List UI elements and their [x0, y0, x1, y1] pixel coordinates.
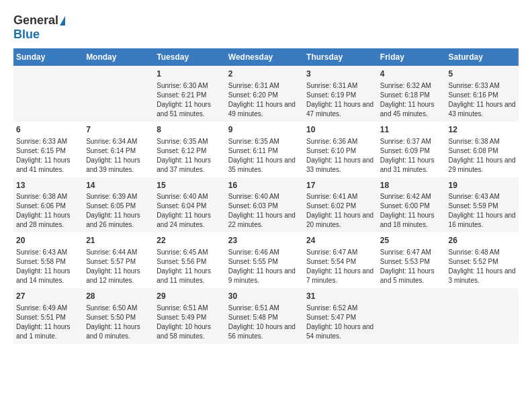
day-number: 14 — [86, 180, 151, 191]
day-number: 4 — [380, 68, 443, 80]
day-number: 28 — [86, 291, 151, 302]
weekday-header-wednesday: Wednesday — [226, 48, 304, 66]
day-number: 5 — [449, 68, 516, 80]
calendar-day-cell: 28Sunrise: 6:50 AMSunset: 5:50 PMDayligh… — [83, 288, 154, 344]
logo: General Blue — [13, 13, 65, 42]
day-sun-info: Sunrise: 6:40 AMSunset: 6:04 PMDaylight:… — [157, 192, 222, 230]
calendar-day-cell: 2Sunrise: 6:31 AMSunset: 6:20 PMDaylight… — [226, 66, 304, 122]
calendar-day-cell: 22Sunrise: 6:45 AMSunset: 5:56 PMDayligh… — [154, 232, 225, 288]
day-sun-info: Sunrise: 6:33 AMSunset: 6:15 PMDaylight:… — [16, 137, 81, 175]
calendar-day-cell: 4Sunrise: 6:32 AMSunset: 6:18 PMDaylight… — [378, 66, 446, 122]
calendar-day-cell: 15Sunrise: 6:40 AMSunset: 6:04 PMDayligh… — [154, 177, 225, 233]
day-number: 15 — [157, 180, 222, 191]
calendar-week-row: 13Sunrise: 6:38 AMSunset: 6:06 PMDayligh… — [13, 177, 519, 233]
day-sun-info: Sunrise: 6:35 AMSunset: 6:11 PMDaylight:… — [228, 137, 301, 175]
calendar-day-cell: 29Sunrise: 6:51 AMSunset: 5:49 PMDayligh… — [154, 288, 225, 344]
day-number: 11 — [380, 124, 443, 136]
day-number: 22 — [157, 235, 222, 246]
day-number: 30 — [228, 291, 301, 302]
weekday-header-tuesday: Tuesday — [154, 48, 225, 66]
weekday-header-monday: Monday — [83, 48, 154, 66]
day-number: 13 — [16, 180, 81, 191]
day-number: 21 — [86, 235, 151, 246]
day-sun-info: Sunrise: 6:44 AMSunset: 5:57 PMDaylight:… — [86, 248, 151, 285]
logo-blue-text: Blue — [13, 28, 40, 42]
day-sun-info: Sunrise: 6:35 AMSunset: 6:12 PMDaylight:… — [157, 137, 222, 175]
calendar-day-cell: 10Sunrise: 6:36 AMSunset: 6:10 PMDayligh… — [304, 122, 378, 177]
day-number: 20 — [16, 235, 81, 246]
calendar-table: SundayMondayTuesdayWednesdayThursdayFrid… — [13, 48, 519, 344]
calendar-day-cell: 25Sunrise: 6:47 AMSunset: 5:53 PMDayligh… — [378, 232, 446, 288]
day-number: 8 — [157, 124, 222, 136]
day-sun-info: Sunrise: 6:46 AMSunset: 5:55 PMDaylight:… — [228, 248, 301, 285]
day-sun-info: Sunrise: 6:40 AMSunset: 6:03 PMDaylight:… — [228, 192, 301, 230]
day-sun-info: Sunrise: 6:48 AMSunset: 5:52 PMDaylight:… — [449, 248, 516, 285]
day-number: 31 — [306, 291, 375, 302]
day-number: 7 — [86, 124, 151, 136]
day-sun-info: Sunrise: 6:45 AMSunset: 5:56 PMDaylight:… — [157, 248, 222, 285]
calendar-day-cell: 11Sunrise: 6:37 AMSunset: 6:09 PMDayligh… — [378, 122, 446, 177]
calendar-day-cell: 26Sunrise: 6:48 AMSunset: 5:52 PMDayligh… — [446, 232, 519, 288]
day-sun-info: Sunrise: 6:37 AMSunset: 6:09 PMDaylight:… — [380, 137, 443, 175]
calendar-day-cell: 21Sunrise: 6:44 AMSunset: 5:57 PMDayligh… — [83, 232, 154, 288]
day-sun-info: Sunrise: 6:49 AMSunset: 5:51 PMDaylight:… — [16, 304, 81, 341]
calendar-day-cell — [83, 66, 154, 122]
day-number: 25 — [380, 235, 443, 246]
day-number: 10 — [306, 124, 375, 136]
day-number: 2 — [228, 68, 301, 80]
calendar-day-cell: 30Sunrise: 6:51 AMSunset: 5:48 PMDayligh… — [226, 288, 304, 344]
calendar-day-cell: 9Sunrise: 6:35 AMSunset: 6:11 PMDaylight… — [226, 122, 304, 177]
calendar-week-row: 20Sunrise: 6:43 AMSunset: 5:58 PMDayligh… — [13, 232, 519, 288]
weekday-header-thursday: Thursday — [304, 48, 378, 66]
calendar-day-cell — [378, 288, 446, 344]
weekday-header-saturday: Saturday — [446, 48, 519, 66]
calendar-day-cell: 6Sunrise: 6:33 AMSunset: 6:15 PMDaylight… — [13, 122, 83, 177]
day-number: 19 — [449, 180, 516, 191]
page-header: General Blue — [13, 13, 519, 42]
calendar-day-cell — [13, 66, 83, 122]
day-number: 1 — [157, 68, 222, 80]
day-number: 18 — [380, 180, 443, 191]
day-sun-info: Sunrise: 6:43 AMSunset: 5:58 PMDaylight:… — [16, 248, 81, 285]
calendar-day-cell: 27Sunrise: 6:49 AMSunset: 5:51 PMDayligh… — [13, 288, 83, 344]
day-sun-info: Sunrise: 6:42 AMSunset: 6:00 PMDaylight:… — [380, 192, 443, 230]
calendar-week-row: 6Sunrise: 6:33 AMSunset: 6:15 PMDaylight… — [13, 122, 519, 177]
day-number: 9 — [228, 124, 301, 136]
day-number: 6 — [16, 124, 81, 136]
calendar-day-cell: 23Sunrise: 6:46 AMSunset: 5:55 PMDayligh… — [226, 232, 304, 288]
calendar-day-cell: 7Sunrise: 6:34 AMSunset: 6:14 PMDaylight… — [83, 122, 154, 177]
day-number: 29 — [157, 291, 222, 302]
calendar-day-cell: 8Sunrise: 6:35 AMSunset: 6:12 PMDaylight… — [154, 122, 225, 177]
day-number: 23 — [228, 235, 301, 246]
day-number: 3 — [306, 68, 375, 80]
day-sun-info: Sunrise: 6:30 AMSunset: 6:21 PMDaylight:… — [157, 81, 222, 119]
calendar-day-cell: 24Sunrise: 6:47 AMSunset: 5:54 PMDayligh… — [304, 232, 378, 288]
day-sun-info: Sunrise: 6:31 AMSunset: 6:20 PMDaylight:… — [228, 81, 301, 119]
calendar-day-cell — [446, 288, 519, 344]
day-sun-info: Sunrise: 6:36 AMSunset: 6:10 PMDaylight:… — [306, 137, 375, 175]
day-sun-info: Sunrise: 6:33 AMSunset: 6:16 PMDaylight:… — [449, 81, 516, 119]
calendar-day-cell: 17Sunrise: 6:41 AMSunset: 6:02 PMDayligh… — [304, 177, 378, 233]
day-number: 12 — [449, 124, 516, 136]
calendar-day-cell: 1Sunrise: 6:30 AMSunset: 6:21 PMDaylight… — [154, 66, 225, 122]
calendar-day-cell: 19Sunrise: 6:43 AMSunset: 5:59 PMDayligh… — [446, 177, 519, 233]
calendar-day-cell: 14Sunrise: 6:39 AMSunset: 6:05 PMDayligh… — [83, 177, 154, 233]
day-sun-info: Sunrise: 6:43 AMSunset: 5:59 PMDaylight:… — [449, 192, 516, 230]
day-number: 27 — [16, 291, 81, 302]
calendar-week-row: 27Sunrise: 6:49 AMSunset: 5:51 PMDayligh… — [13, 288, 519, 344]
weekday-header-sunday: Sunday — [13, 48, 83, 66]
day-sun-info: Sunrise: 6:51 AMSunset: 5:48 PMDaylight:… — [228, 304, 301, 341]
day-sun-info: Sunrise: 6:31 AMSunset: 6:19 PMDaylight:… — [306, 81, 375, 119]
day-sun-info: Sunrise: 6:34 AMSunset: 6:14 PMDaylight:… — [86, 137, 151, 175]
day-sun-info: Sunrise: 6:38 AMSunset: 6:08 PMDaylight:… — [449, 137, 516, 175]
day-number: 16 — [228, 180, 301, 191]
calendar-day-cell: 3Sunrise: 6:31 AMSunset: 6:19 PMDaylight… — [304, 66, 378, 122]
day-sun-info: Sunrise: 6:51 AMSunset: 5:49 PMDaylight:… — [157, 304, 222, 341]
logo-general-text: General — [13, 13, 58, 28]
day-number: 24 — [306, 235, 375, 246]
day-sun-info: Sunrise: 6:47 AMSunset: 5:54 PMDaylight:… — [306, 248, 375, 285]
day-number: 26 — [449, 235, 516, 246]
day-sun-info: Sunrise: 6:50 AMSunset: 5:50 PMDaylight:… — [86, 304, 151, 341]
calendar-week-row: 1Sunrise: 6:30 AMSunset: 6:21 PMDaylight… — [13, 66, 519, 122]
day-sun-info: Sunrise: 6:39 AMSunset: 6:05 PMDaylight:… — [86, 192, 151, 230]
